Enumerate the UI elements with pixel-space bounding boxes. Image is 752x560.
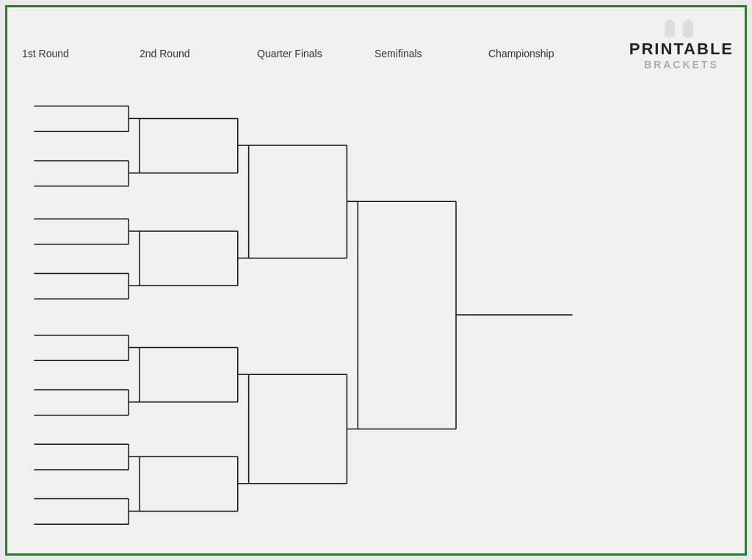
round-2-header: 2nd Round [140,48,257,59]
svg-rect-2 [683,22,693,37]
page: PRINTABLE BRACKETS 1st Round 2nd Round Q… [5,5,747,556]
round-5-header: Championship [488,48,602,59]
round-1-header: 1st Round [22,48,140,59]
round-4-header: Semifinals [375,48,488,59]
svg-rect-5 [687,37,690,38]
round-headers: 1st Round 2nd Round Quarter Finals Semif… [22,48,730,59]
svg-rect-4 [668,37,671,38]
bracket-svg [22,73,730,546]
svg-rect-0 [665,22,675,37]
logo-icon [629,15,734,38]
logo: PRINTABLE BRACKETS [629,15,734,70]
svg-rect-1 [667,20,673,23]
bracket-area [22,73,730,546]
logo-brackets-text: BRACKETS [629,59,734,70]
svg-rect-3 [685,20,691,23]
round-3-header: Quarter Finals [257,48,375,59]
